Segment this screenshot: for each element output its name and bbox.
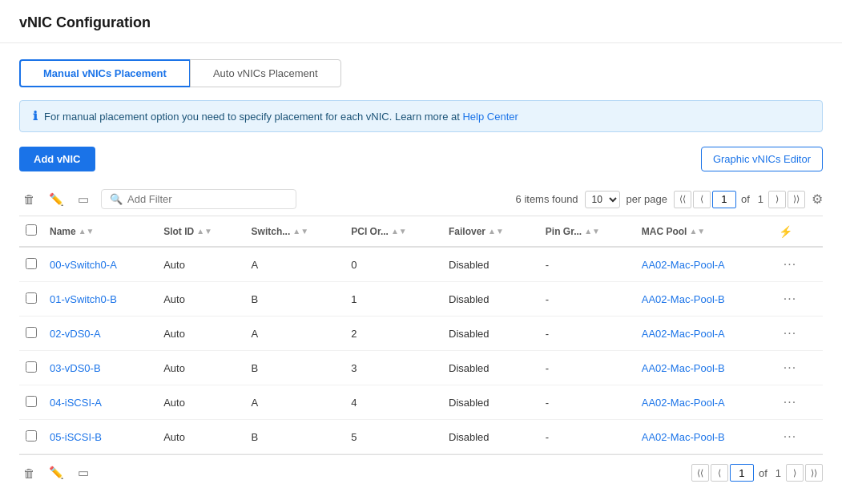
row-pin-group-5: - [539,420,635,454]
row-name-link-5[interactable]: 05-iSCSI-B [50,431,102,443]
row-mac-pool-link-5[interactable]: AA02-Mac-Pool-B [642,431,725,443]
tab-auto-vnics[interactable]: Auto vNICs Placement [190,59,341,87]
row-name-4: 04-iSCSI-A [43,385,157,420]
row-pin-group-1: - [539,282,635,317]
row-slot-id-3: Auto [157,351,244,385]
row-checkbox-3[interactable] [26,361,37,373]
row-actions-2: ··· [772,317,823,351]
per-page-select[interactable]: 10 25 50 [585,191,620,208]
toolbar-right: 6 items found 10 25 50 per page ⟨⟨ ⟨ 1 o… [516,191,823,208]
bottom-delete-icon[interactable]: 🗑 [19,463,38,482]
row-name-link-1[interactable]: 01-vSwitch0-B [50,293,117,305]
row-switch-2: A [245,317,345,351]
row-failover-5: Disabled [442,420,539,454]
bottom-page-of-label: of [759,467,767,479]
actions-row: Add vNIC Graphic vNICs Editor [19,147,823,171]
sort-failover-icon[interactable]: ▲▼ [488,228,504,234]
pin-header-icon: ⚡ [779,225,792,238]
row-actions-0: ··· [772,247,823,282]
graphic-editor-button[interactable]: Graphic vNICs Editor [701,147,823,171]
next-page-button[interactable]: ⟩ [768,191,786,208]
row-name-link-2[interactable]: 02-vDS0-A [50,328,101,340]
prev-page-button[interactable]: ⟨ [693,191,711,208]
bottom-prev-page-button[interactable]: ⟨ [711,464,728,482]
row-name-link-3[interactable]: 03-vDS0-B [50,362,101,374]
row-name-link-4[interactable]: 04-iSCSI-A [50,397,102,409]
row-mac-pool-4: AA02-Mac-Pool-A [635,385,772,420]
header-failover: Failover ▲▼ [442,216,539,247]
row-name-0: 00-vSwitch0-A [43,247,157,282]
search-icon: 🔍 [110,193,123,205]
row-mac-pool-link-3[interactable]: AA02-Mac-Pool-B [642,362,725,374]
row-mac-pool-link-0[interactable]: AA02-Mac-Pool-A [642,259,725,271]
row-name-5: 05-iSCSI-B [43,420,157,454]
add-vnic-button[interactable]: Add vNIC [19,147,95,171]
tabs-row: Manual vNICs Placement Auto vNICs Placem… [19,59,823,87]
bottom-toolbar: 🗑 ✏️ ▭ ⟨⟨ ⟨ of 1 ⟩ ⟩⟩ [19,454,823,490]
row-checkbox-0[interactable] [26,258,37,269]
main-content: Manual vNICs Placement Auto vNICs Placem… [0,43,842,504]
row-mac-pool-link-1[interactable]: AA02-Mac-Pool-B [642,293,725,305]
row-mac-pool-3: AA02-Mac-Pool-B [635,351,772,385]
row-switch-4: A [245,385,345,420]
row-pci-order-3: 3 [344,351,442,385]
bottom-last-page-button[interactable]: ⟩⟩ [805,464,823,482]
row-slot-id-2: Auto [157,317,244,351]
row-pci-order-1: 1 [344,282,442,317]
row-mac-pool-link-4[interactable]: AA02-Mac-Pool-A [642,397,725,409]
bottom-first-page-button[interactable]: ⟨⟨ [691,464,709,482]
bottom-page-input[interactable] [730,464,754,482]
help-center-link[interactable]: Help Center [462,111,518,123]
bottom-edit-icon[interactable]: ✏️ [46,463,66,482]
filter-input[interactable] [127,193,288,205]
bottom-toolbar-left: 🗑 ✏️ ▭ [19,463,93,482]
row-more-button-0[interactable]: ··· [779,256,801,273]
sort-pci-icon[interactable]: ▲▼ [391,228,407,234]
row-pci-order-5: 5 [344,420,442,454]
page-input[interactable]: 1 [712,191,736,208]
row-mac-pool-link-2[interactable]: AA02-Mac-Pool-A [642,328,725,340]
row-failover-3: Disabled [442,351,539,385]
info-banner: ℹ For manual placement option you need t… [19,100,823,132]
header-mac-pool: MAC Pool ▲▼ [635,216,772,247]
sort-slot-id-icon[interactable]: ▲▼ [196,228,212,234]
sort-switch-icon[interactable]: ▲▼ [292,228,308,234]
row-more-button-4[interactable]: ··· [779,393,801,411]
header-slot-id: Slot ID ▲▼ [157,216,244,247]
header-name: Name ▲▼ [43,216,157,247]
page-of-label: of [741,193,750,205]
edit-icon[interactable]: ✏️ [46,190,66,209]
row-failover-4: Disabled [442,385,539,420]
table-toolbar: 🗑 ✏️ ▭ 🔍 6 items found 10 25 50 per page… [19,183,823,216]
row-checkbox-2[interactable] [26,327,37,338]
row-checkbox-5[interactable] [26,430,37,442]
row-more-button-5[interactable]: ··· [779,428,801,446]
row-checkbox-4[interactable] [26,396,37,407]
select-all-checkbox[interactable] [26,224,37,236]
sort-pin-group-icon[interactable]: ▲▼ [584,228,600,234]
row-more-button-3[interactable]: ··· [779,359,801,377]
bottom-copy-icon[interactable]: ▭ [74,463,93,482]
row-checkbox-1[interactable] [26,292,37,304]
sort-mac-pool-icon[interactable]: ▲▼ [689,228,705,234]
row-checkbox-cell [19,351,43,385]
row-more-button-1[interactable]: ··· [779,290,801,308]
delete-icon[interactable]: 🗑 [19,190,38,209]
row-failover-0: Disabled [442,247,539,282]
tab-manual-vnics[interactable]: Manual vNICs Placement [19,59,191,87]
row-name-link-0[interactable]: 00-vSwitch0-A [50,259,117,271]
sort-name-icon[interactable]: ▲▼ [79,228,95,234]
last-page-button[interactable]: ⟩⟩ [788,191,805,208]
row-slot-id-4: Auto [157,385,244,420]
copy-icon[interactable]: ▭ [74,190,93,209]
row-slot-id-5: Auto [157,420,244,454]
row-more-button-2[interactable]: ··· [779,325,801,342]
row-pin-group-2: - [539,317,635,351]
row-switch-5: B [245,420,345,454]
header-pci-order: PCI Or... ▲▼ [344,216,442,247]
settings-icon[interactable]: ⚙ [812,192,823,207]
table-row: 05-iSCSI-B Auto B 5 Disabled - AA02-Mac-… [19,420,823,454]
first-page-button[interactable]: ⟨⟨ [674,191,691,208]
table-row: 04-iSCSI-A Auto A 4 Disabled - AA02-Mac-… [19,385,823,420]
bottom-next-page-button[interactable]: ⟩ [786,464,804,482]
